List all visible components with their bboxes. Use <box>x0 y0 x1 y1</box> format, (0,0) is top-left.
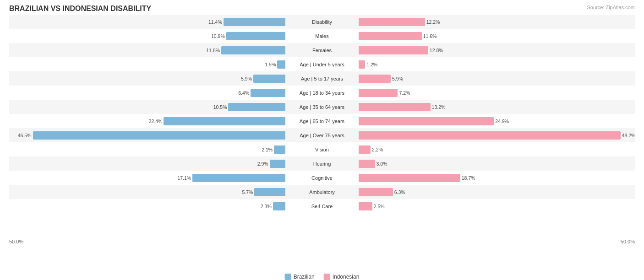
table-row: 1.5%Age | Under 5 years1.2% <box>9 57 635 71</box>
bar-left <box>33 131 285 140</box>
bar-left-value: 6.4% <box>238 90 249 96</box>
table-row: 11.8%Females12.8% <box>9 43 635 57</box>
bar-label: Vision <box>315 147 329 152</box>
bar-right <box>359 89 398 97</box>
bar-right <box>359 160 375 168</box>
bar-right-value: 7.2% <box>399 90 410 96</box>
bar-label: Hearing <box>313 161 331 167</box>
bar-right-value: 13.2% <box>432 104 446 110</box>
bar-right <box>359 202 372 210</box>
bar-right-value: 12.8% <box>430 48 443 53</box>
chart-area: 11.4%Disability12.2%10.9%Males11.6%11.8%… <box>9 15 635 248</box>
bar-left-value: 46.5% <box>18 133 32 138</box>
bar-right <box>359 75 391 83</box>
bar-right-value: 6.3% <box>394 189 405 195</box>
bar-left <box>277 60 285 69</box>
bar-right <box>359 18 425 26</box>
bar-left-value: 10.9% <box>211 33 225 39</box>
bar-label: Self-Care <box>311 204 333 209</box>
bar-right-value: 3.0% <box>377 161 387 167</box>
bar-right <box>359 145 371 154</box>
bar-right <box>359 46 428 54</box>
bar-right-value: 24.9% <box>495 118 509 124</box>
table-row: 2.1%Vision2.2% <box>9 142 635 156</box>
table-row: 5.7%Ambulatory6.3% <box>9 185 635 199</box>
table-row: 10.5%Age | 35 to 64 years13.2% <box>9 100 635 114</box>
bar-right-value: 11.6% <box>423 33 437 39</box>
bar-right-value: 12.2% <box>426 19 440 25</box>
bar-right-value: 5.9% <box>392 76 403 81</box>
bar-right <box>359 131 621 140</box>
bar-left <box>224 18 285 26</box>
bar-label: Age | 18 to 34 years <box>300 90 344 96</box>
source-label: Source: ZipAtlas.com <box>587 5 635 10</box>
bar-label: Females <box>312 48 332 53</box>
bar-left-value: 5.7% <box>242 189 253 195</box>
table-row: 2.3%Self-Care2.5% <box>9 199 635 213</box>
chart-title: BRAZILIAN VS INDONESIAN DISABILITY <box>9 5 635 13</box>
table-row: 5.9%Age | 5 to 17 years5.9% <box>9 71 635 86</box>
table-row: 2.9%Hearing3.0% <box>9 156 635 171</box>
table-row: 6.4%Age | 18 to 34 years7.2% <box>9 86 635 100</box>
table-row: 22.4%Age | 65 to 74 years24.9% <box>9 114 635 128</box>
bar-left <box>253 75 285 83</box>
bar-label: Cognitive <box>311 175 333 181</box>
bar-right <box>359 60 365 69</box>
bar-right <box>359 32 422 40</box>
bar-left <box>228 103 285 111</box>
table-row: 11.4%Disability12.2% <box>9 15 635 29</box>
bar-left-value: 10.5% <box>213 104 227 110</box>
legend-indonesian-box <box>324 274 330 280</box>
axis-left-label: 50.0% <box>9 239 23 244</box>
bar-left-value: 1.5% <box>265 62 276 67</box>
bar-left <box>164 117 285 125</box>
bar-left <box>221 46 285 54</box>
axis-right-label: 50.0% <box>621 239 635 244</box>
bar-right <box>359 174 460 182</box>
bar-label: Ambulatory <box>309 189 335 195</box>
legend-brazilian-box <box>285 274 291 280</box>
legend: Brazilian Indonesian <box>285 274 360 280</box>
bar-label: Disability <box>312 19 332 25</box>
legend-brazilian: Brazilian <box>285 274 315 280</box>
bar-left-value: 11.4% <box>208 19 222 25</box>
table-row: 46.5%Age | Over 75 years48.2% <box>9 128 635 142</box>
bar-left-value: 2.3% <box>261 204 272 209</box>
table-row: 17.1%Cognitive18.7% <box>9 171 635 185</box>
bar-right <box>359 117 494 125</box>
bar-right <box>359 103 431 111</box>
bar-left-value: 22.4% <box>149 118 163 124</box>
bar-left <box>251 89 285 97</box>
bar-left-value: 5.9% <box>241 76 252 81</box>
legend-indonesian-label: Indonesian <box>333 274 360 280</box>
bar-left <box>226 32 285 40</box>
bar-left <box>274 145 285 154</box>
bar-right-value: 2.5% <box>374 204 385 209</box>
bar-left <box>254 188 285 196</box>
table-row: 10.9%Males11.6% <box>9 29 635 43</box>
bar-left-value: 17.1% <box>177 175 191 181</box>
bar-label: Age | Over 75 years <box>300 133 344 138</box>
bar-right-value: 1.2% <box>366 62 377 67</box>
legend-brazilian-label: Brazilian <box>294 274 315 280</box>
axis-labels: 50.0%50.0% <box>9 239 635 244</box>
bar-label: Age | Under 5 years <box>300 62 344 67</box>
bar-right-value: 48.2% <box>622 133 636 138</box>
bar-left-value: 11.8% <box>206 48 220 53</box>
bar-label: Age | 35 to 64 years <box>300 104 344 110</box>
bar-label: Males <box>315 33 328 39</box>
bar-left <box>192 174 285 182</box>
bar-left <box>270 160 285 168</box>
legend-indonesian: Indonesian <box>324 274 360 280</box>
bar-left-value: 2.9% <box>257 161 268 167</box>
bar-right <box>359 188 393 196</box>
bar-right-value: 2.2% <box>372 147 383 152</box>
bar-right-value: 18.7% <box>462 175 475 181</box>
bar-label: Age | 5 to 17 years <box>301 76 343 81</box>
bar-left <box>273 202 285 210</box>
bar-label: Age | 65 to 74 years <box>300 118 344 124</box>
chart-container: BRAZILIAN VS INDONESIAN DISABILITY Sourc… <box>0 0 644 280</box>
bar-left-value: 2.1% <box>262 147 273 152</box>
